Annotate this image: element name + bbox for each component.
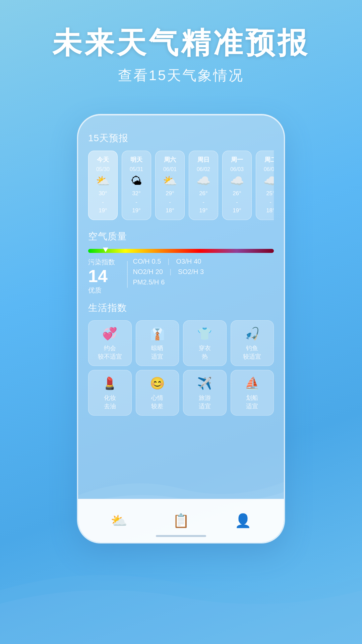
forecast-card-0[interactable]: 今天 05/30 ⛅ 30°-19°: [88, 151, 118, 220]
forecast-date-5: 06/04: [264, 166, 274, 172]
forecast-card-2[interactable]: 周六 06/01 ⛅ 29°-18°: [155, 151, 185, 220]
aqi-pm25-label: PM2.5/H: [133, 278, 159, 286]
life-label-dry: 晾晒适宜: [151, 344, 163, 361]
forecast-date-3: 06/02: [197, 166, 210, 172]
forecast-card-5[interactable]: 周二 06/04 ☁️ 25°-18°: [256, 151, 274, 220]
hero-section: 未来天气精准预报 查看15天气象情况: [0, 0, 362, 85]
aqi-co-label: CO/H: [133, 258, 150, 265]
forecast-icon-2: ⛅: [163, 175, 177, 186]
bg-wave-bottom: [0, 550, 362, 644]
forecast-card-4[interactable]: 周一 06/03 ☁️ 26°-19°: [222, 151, 252, 220]
forecast-temp-0: 30°-19°: [99, 189, 107, 215]
forecast-temp-3: 26°-19°: [199, 189, 208, 215]
forecast-day-1: 明天: [130, 156, 142, 164]
life-card-makeup[interactable]: 💄 化妆去油: [88, 370, 132, 416]
aqi-no2-value: 20: [156, 268, 163, 276]
forecast-card-3[interactable]: 周日 06/02 ☁️ 26°-19°: [189, 151, 218, 220]
forecast-date-4: 06/03: [230, 166, 244, 172]
life-grid: 💞 约会较不适宜 👔 晾晒适宜 👕 穿衣热 🎣 钓鱼较适宜: [88, 320, 274, 416]
life-index-title: 生活指数: [88, 302, 274, 314]
life-label-fishing: 钓鱼较适宜: [243, 344, 261, 361]
life-icon-fishing: 🎣: [245, 327, 260, 341]
phone-mockup: 15天预报 今天 05/30 ⛅ 30°-19° 明天 05/31 🌤 32°-…: [77, 114, 285, 543]
life-card-boat[interactable]: ⛵ 划船适宜: [231, 370, 274, 416]
aqi-so2-value: 3: [200, 268, 204, 276]
aqi-quality: 优质: [88, 286, 122, 295]
air-quality-section: 空气质量 污染指数 14 优质: [88, 230, 274, 295]
life-card-date[interactable]: 💞 约会较不适宜: [88, 320, 132, 366]
forecast-icon-1: 🌤: [131, 175, 142, 186]
forecast-temp-4: 26°-19°: [233, 189, 241, 215]
aqi-value: 14: [88, 267, 122, 286]
aqi-bar: [88, 249, 274, 253]
life-icon-dry: 👔: [150, 327, 165, 341]
forecast-icon-4: ☁️: [230, 175, 244, 186]
life-icon-makeup: 💄: [102, 376, 117, 390]
aqi-no2: NO2/H 20: [133, 268, 163, 276]
life-label-dress: 穿衣热: [199, 344, 211, 361]
aqi-co-value: 0.5: [152, 258, 161, 265]
forecast-day-4: 周一: [231, 156, 243, 164]
forecast-day-5: 周二: [264, 156, 274, 164]
forecast-card-1[interactable]: 明天 05/31 🌤 32°-19°: [122, 151, 151, 220]
nav-item-calendar[interactable]: 📋: [150, 513, 212, 529]
life-label-travel: 旅游适宜: [199, 394, 211, 411]
forecast-date-1: 05/31: [130, 166, 143, 172]
nav-icon-weather: ⛅: [111, 513, 127, 529]
forecast-date-2: 06/01: [163, 166, 177, 172]
aqi-index-block: 污染指数 14 优质: [88, 258, 122, 295]
aqi-bar-container: [88, 249, 274, 253]
aqi-vertical-divider: [127, 261, 128, 288]
aqi-o3-value: 40: [194, 258, 201, 265]
aqi-row-2: NO2/H 20 | SO2/H 3: [133, 268, 274, 276]
aqi-co: CO/H 0.5: [133, 258, 161, 265]
life-icon-date: 💞: [102, 327, 117, 341]
life-card-travel[interactable]: ✈️ 旅游适宜: [183, 370, 227, 416]
life-label-mood: 心情较差: [151, 394, 163, 411]
aqi-pm25-value: 6: [161, 278, 165, 286]
life-card-mood[interactable]: 😊 心情较差: [136, 370, 179, 416]
forecast-scroll: 今天 05/30 ⛅ 30°-19° 明天 05/31 🌤 32°-19° 周六…: [88, 151, 274, 220]
life-card-dress[interactable]: 👕 穿衣热: [183, 320, 227, 366]
hero-subtitle: 查看15天气象情况: [0, 66, 362, 85]
life-label-date: 约会较不适宜: [98, 344, 122, 361]
forecast-day-0: 今天: [97, 156, 109, 164]
forecast-icon-5: ☁️: [263, 175, 274, 186]
home-indicator: [156, 535, 206, 537]
life-label-makeup: 化妆去油: [104, 394, 116, 411]
forecast-temp-5: 25°-18°: [266, 189, 274, 215]
life-label-boat: 划船适宜: [246, 394, 258, 411]
aqi-row-1: CO/H 0.5 | O3/H 40: [133, 258, 274, 265]
life-card-fishing[interactable]: 🎣 钓鱼较适宜: [231, 320, 274, 366]
forecast-temp-1: 32°-19°: [132, 189, 141, 215]
bottom-navigation: ⛅ 📋 👤: [78, 499, 284, 542]
aqi-no2-label: NO2/H: [133, 268, 154, 276]
life-card-dry[interactable]: 👔 晾晒适宜: [136, 320, 179, 366]
phone-frame: 15天预报 今天 05/30 ⛅ 30°-19° 明天 05/31 🌤 32°-…: [77, 114, 285, 543]
forecast-section-title: 15天预报: [88, 132, 274, 145]
life-icon-boat: ⛵: [245, 376, 260, 390]
aqi-o3-label: O3/H: [176, 258, 192, 265]
air-quality-title: 空气质量: [88, 230, 274, 243]
nav-icon-calendar: 📋: [173, 513, 189, 529]
aqi-so2-label: SO2/H: [178, 268, 198, 276]
life-icon-travel: ✈️: [197, 376, 212, 390]
nav-item-weather[interactable]: ⛅: [88, 513, 150, 529]
forecast-temp-2: 29°-18°: [166, 189, 174, 215]
hero-title: 未来天气精准预报: [0, 0, 362, 59]
aqi-so2: SO2/H 3: [178, 268, 204, 276]
aqi-pointer: [103, 248, 108, 252]
forecast-day-2: 周六: [164, 156, 176, 164]
aqi-details: CO/H 0.5 | O3/H 40 NO2/H: [133, 258, 274, 286]
phone-content: 15天预报 今天 05/30 ⛅ 30°-19° 明天 05/31 🌤 32°-…: [78, 115, 284, 542]
forecast-icon-0: ⛅: [96, 175, 110, 186]
nav-icon-profile: 👤: [235, 513, 251, 529]
aqi-row-3: PM2.5/H 6: [133, 278, 274, 286]
aqi-pm25: PM2.5/H 6: [133, 278, 165, 286]
forecast-icon-3: ☁️: [196, 175, 210, 186]
aqi-label: 污染指数: [88, 258, 122, 267]
life-index-section: 生活指数 💞 约会较不适宜 👔 晾晒适宜 👕 穿衣热: [88, 302, 274, 416]
aqi-row-divider-1: |: [168, 258, 169, 265]
nav-item-profile[interactable]: 👤: [212, 513, 274, 529]
aqi-o3: O3/H 40: [176, 258, 201, 265]
